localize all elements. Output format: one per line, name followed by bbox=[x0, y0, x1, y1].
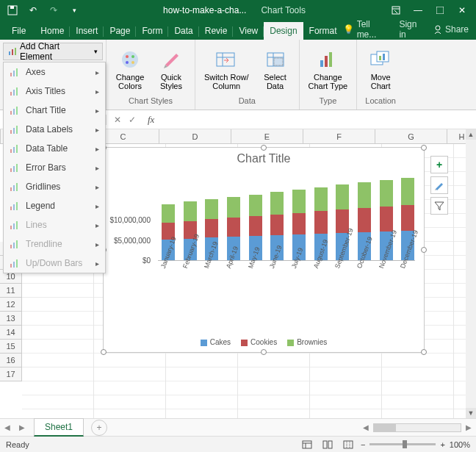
maximize-button[interactable] bbox=[429, 2, 451, 18]
menu-item-legend[interactable]: Legend ▸ bbox=[4, 196, 105, 215]
tab-review[interactable]: Revie bbox=[199, 22, 234, 40]
change-colors-button[interactable]: Change Colors bbox=[111, 45, 149, 93]
bar-segment-brownies[interactable] bbox=[380, 180, 393, 207]
resize-handle[interactable] bbox=[421, 349, 427, 355]
resize-handle[interactable] bbox=[421, 145, 427, 151]
move-chart-button[interactable]: Move Chart bbox=[361, 45, 400, 93]
column-header[interactable]: F bbox=[303, 129, 375, 143]
menu-item-data-labels[interactable]: Data Labels ▸ bbox=[4, 120, 105, 139]
bar-segment-brownies[interactable] bbox=[184, 201, 197, 220]
chart-object[interactable]: Chart Title $0$5,000,000$10,000,000 Janu… bbox=[103, 147, 425, 353]
bar-segment-brownies[interactable] bbox=[292, 190, 306, 213]
close-button[interactable]: ✕ bbox=[451, 2, 473, 18]
legend-item[interactable]: Brownies bbox=[287, 338, 327, 346]
resize-handle[interactable] bbox=[261, 349, 267, 355]
column-header[interactable]: D bbox=[159, 129, 231, 143]
sheet-nav-next[interactable]: ▶ bbox=[15, 423, 29, 431]
bar-segment-cookies[interactable] bbox=[227, 218, 240, 237]
row-header[interactable]: 14 bbox=[0, 326, 22, 340]
horizontal-scrollbar[interactable] bbox=[373, 423, 461, 432]
row-header[interactable]: 11 bbox=[0, 284, 22, 298]
menu-item-axes[interactable]: Axes ▸ bbox=[4, 62, 105, 82]
enter-icon[interactable]: ✓ bbox=[129, 115, 136, 125]
tab-home[interactable]: Home bbox=[35, 22, 70, 40]
minimize-button[interactable]: — bbox=[407, 2, 429, 18]
quick-styles-button[interactable]: Quick Styles bbox=[152, 45, 190, 93]
tell-me-button[interactable]: 💡 Tell me... bbox=[343, 19, 392, 40]
add-sheet-button[interactable]: + bbox=[91, 420, 107, 436]
bar-segment-cookies[interactable] bbox=[270, 215, 284, 235]
share-button[interactable]: Share bbox=[433, 24, 469, 35]
menu-item-gridlines[interactable]: Gridlines ▸ bbox=[4, 177, 105, 196]
select-data-button[interactable]: Select Data bbox=[256, 45, 295, 93]
chart-legend[interactable]: CakesCookiesBrownies bbox=[104, 338, 424, 346]
view-page-break-button[interactable] bbox=[340, 438, 356, 451]
scroll-up-icon[interactable]: ▲ bbox=[466, 129, 476, 140]
bar-segment-brownies[interactable] bbox=[205, 199, 218, 219]
undo-button[interactable]: ↶ bbox=[24, 1, 43, 19]
fx-label[interactable]: fx bbox=[148, 114, 154, 126]
bar-segment-brownies[interactable] bbox=[401, 178, 414, 205]
bar-segment-brownies[interactable] bbox=[358, 182, 371, 208]
switch-row-column-button[interactable]: Switch Row/ Column bbox=[200, 45, 253, 93]
tab-design[interactable]: Design bbox=[264, 22, 303, 40]
resize-handle[interactable] bbox=[261, 145, 267, 151]
chart-elements-button[interactable]: + bbox=[430, 156, 448, 173]
formula-input[interactable] bbox=[154, 110, 476, 129]
resize-handle[interactable] bbox=[421, 247, 427, 253]
view-page-layout-button[interactable] bbox=[320, 438, 336, 451]
column-header[interactable]: E bbox=[231, 129, 303, 143]
hscroll-right[interactable]: ▶ bbox=[461, 423, 476, 431]
menu-item-data-table[interactable]: Data Table ▸ bbox=[4, 139, 105, 158]
hscroll-left[interactable]: ◀ bbox=[358, 423, 373, 431]
bar-segment-brownies[interactable] bbox=[249, 195, 262, 216]
row-header[interactable]: 16 bbox=[0, 354, 22, 367]
bar-segment-cookies[interactable] bbox=[358, 208, 371, 232]
row-header[interactable]: 17 bbox=[0, 367, 22, 381]
tab-file[interactable]: File bbox=[3, 22, 35, 40]
bar-segment-brownies[interactable] bbox=[227, 197, 240, 218]
vertical-scrollbar[interactable]: ▲ ▼ bbox=[466, 129, 476, 418]
row-header[interactable]: 13 bbox=[0, 312, 22, 326]
sheet-tab-active[interactable]: Sheet1 bbox=[34, 418, 84, 437]
save-button[interactable] bbox=[3, 1, 22, 19]
bar-segment-cookies[interactable] bbox=[401, 205, 414, 231]
chart-title[interactable]: Chart Title bbox=[104, 148, 424, 170]
menu-item-error-bars[interactable]: Error Bars ▸ bbox=[4, 158, 105, 177]
tab-format[interactable]: Format bbox=[303, 22, 343, 40]
bar-segment-cookies[interactable] bbox=[380, 207, 393, 232]
menu-item-axis-titles[interactable]: Axis Titles ▸ bbox=[4, 82, 105, 101]
sign-in-button[interactable]: Sign in bbox=[399, 19, 426, 40]
zoom-in-button[interactable]: + bbox=[440, 440, 444, 449]
change-chart-type-button[interactable]: Change Chart Type bbox=[304, 45, 353, 93]
redo-button[interactable]: ↷ bbox=[44, 1, 63, 19]
zoom-level[interactable]: 100% bbox=[450, 440, 470, 449]
zoom-slider[interactable] bbox=[369, 443, 436, 445]
tab-form[interactable]: Form bbox=[136, 22, 168, 40]
chart-plot-area[interactable]: $0$5,000,000$10,000,000 January-19Februa… bbox=[107, 173, 418, 290]
bar-segment-brownies[interactable] bbox=[162, 204, 175, 223]
qat-customize-button[interactable]: ▾ bbox=[65, 1, 84, 19]
chart-filters-button[interactable] bbox=[430, 197, 448, 215]
legend-item[interactable]: Cakes bbox=[201, 338, 231, 346]
bar-segment-brownies[interactable] bbox=[314, 187, 328, 212]
add-chart-element-button[interactable]: Add Chart Element ▾ bbox=[3, 43, 103, 60]
view-normal-button[interactable] bbox=[299, 438, 315, 451]
bar-segment-brownies[interactable] bbox=[270, 192, 284, 215]
cancel-icon[interactable]: ✕ bbox=[114, 115, 121, 125]
chart-styles-button[interactable] bbox=[430, 176, 448, 194]
bar-segment-brownies[interactable] bbox=[336, 184, 349, 209]
ribbon-display-button[interactable] bbox=[385, 2, 407, 18]
resize-handle[interactable] bbox=[101, 349, 107, 355]
row-header[interactable]: 15 bbox=[0, 340, 22, 354]
bar-segment-cookies[interactable] bbox=[249, 216, 262, 236]
bar-segment-cookies[interactable] bbox=[292, 213, 306, 234]
legend-item[interactable]: Cookies bbox=[241, 338, 277, 346]
scroll-down-icon[interactable]: ▼ bbox=[466, 408, 476, 418]
menu-item-chart-title[interactable]: Chart Title ▸ bbox=[4, 101, 105, 120]
tab-insert[interactable]: Insert bbox=[70, 22, 104, 40]
column-header[interactable]: G bbox=[375, 129, 447, 143]
zoom-out-button[interactable]: − bbox=[361, 440, 365, 449]
tab-data[interactable]: Data bbox=[168, 22, 198, 40]
tab-page[interactable]: Page bbox=[104, 22, 136, 40]
